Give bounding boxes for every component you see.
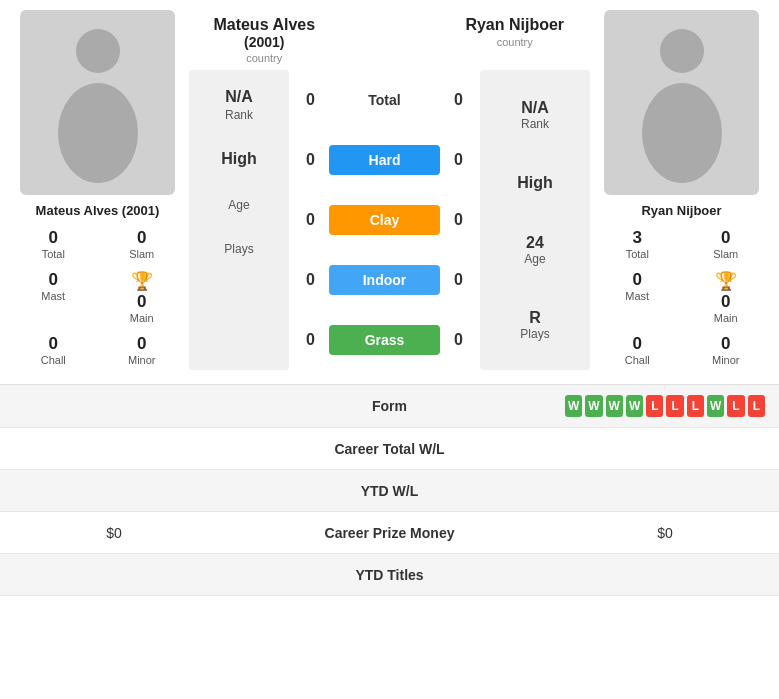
svg-point-3 [642,83,722,183]
middle-content-row: N/A Rank High Age Plays [189,70,590,370]
ytd-titles-row: YTD Titles [0,554,779,596]
left-plays-label: Plays [201,242,277,256]
left-rank-value: N/A [201,88,277,106]
left-minor-value: 0 [101,334,184,354]
left-header-year: (2001) [244,34,284,50]
form-badge-4: W [626,395,643,417]
left-header-name: Mateus Alves [213,16,315,34]
left-total-label: Total [12,248,95,260]
left-minor-cell: 0 Minor [99,330,186,370]
surface-row-indoor: 0 Indoor 0 [298,259,471,301]
form-badge-9: L [727,395,744,417]
hard-score-left: 0 [298,151,323,169]
indoor-badge: Indoor [329,265,440,295]
form-badge-8: W [707,395,724,417]
right-plays-label: Plays [490,327,580,341]
left-player-card: Mateus Alves (2001) 0 Total 0 Slam 0 Mas… [10,10,185,370]
form-badge-5: L [646,395,663,417]
form-badge-7: L [687,395,704,417]
right-country-flag: country [497,36,533,48]
career-prize-right: $0 [565,525,765,541]
right-age-value: 24 [490,234,580,252]
left-mast-label: Mast [41,290,65,302]
left-slam-cell: 0 Slam [99,224,186,264]
career-prize-left: $0 [14,525,214,541]
career-wl-row: Career Total W/L [0,428,779,470]
form-badge-2: W [585,395,602,417]
right-total-label: Total [596,248,679,260]
right-slam-value: 0 [685,228,768,248]
full-middle: Mateus Alves (2001) country Ryan Nijboer… [189,10,590,370]
left-age-box: Age [195,186,283,222]
left-trophy-icon: 🏆 [131,270,153,292]
left-chall-cell: 0 Chall [10,330,97,370]
left-total-cell: 0 Total [10,224,97,264]
ryan-info-panel: N/A Rank High 24 Age R Plays [480,70,590,370]
right-trophy-icon: 🏆 [715,270,737,292]
right-mast-label: Mast [625,290,649,302]
indoor-score-left: 0 [298,271,323,289]
right-chall-value: 0 [596,334,679,354]
left-chall-label: Chall [12,354,95,366]
left-main-cell: 🏆 0 Main [99,266,186,328]
mateus-header: Mateus Alves (2001) country [189,10,340,64]
left-slam-value: 0 [101,228,184,248]
right-mast-cell: 0 Mast [594,266,681,328]
left-age-label: Age [201,198,277,212]
indoor-score-right: 0 [446,271,471,289]
right-plays-stat: R Plays [490,309,580,341]
grass-score-right: 0 [446,331,471,349]
left-slam-label: Slam [101,248,184,260]
right-player-name: Ryan Nijboer [641,203,721,218]
right-chall-cell: 0 Chall [594,330,681,370]
right-minor-label: Minor [685,354,768,366]
grass-score-left: 0 [298,331,323,349]
surface-row-clay: 0 Clay 0 [298,199,471,241]
hard-score-right: 0 [446,151,471,169]
right-main-label: Main [714,312,738,324]
form-badge-6: L [666,395,683,417]
form-row: Form W W W W L L L W L L [0,385,779,428]
players-section: Mateus Alves (2001) 0 Total 0 Slam 0 Mas… [0,0,779,380]
right-player-stats: 3 Total 0 Slam 0 Mast 🏆 0 Main [594,224,769,370]
right-chall-label: Chall [596,354,679,366]
clay-score-right: 0 [446,211,471,229]
left-rank-label: Rank [201,108,277,122]
form-badge-10: L [748,395,765,417]
form-badges-container: W W W W L L L W L L [565,395,765,417]
right-player-card: Ryan Nijboer 3 Total 0 Slam 0 Mast 🏆 [594,10,769,370]
right-slam-cell: 0 Slam [683,224,770,264]
total-score-right: 0 [446,91,471,109]
right-rank-label: Rank [490,117,580,131]
right-age-label: Age [490,252,580,266]
right-high-value: High [490,174,580,192]
total-score-left: 0 [298,91,323,109]
clay-badge: Clay [329,205,440,235]
left-country-flag: country [246,52,282,64]
left-main-label: Main [130,312,154,324]
surface-row-hard: 0 Hard 0 [298,139,471,181]
career-prize-row: $0 Career Prize Money $0 [0,512,779,554]
left-total-value: 0 [12,228,95,248]
right-age-stat: 24 Age [490,234,580,266]
left-player-name: Mateus Alves (2001) [36,203,160,218]
svg-point-0 [76,29,120,73]
clay-score-left: 0 [298,211,323,229]
left-player-stats: 0 Total 0 Slam 0 Mast 🏆 0 Main [10,224,185,370]
main-container: Mateus Alves (2001) 0 Total 0 Slam 0 Mas… [0,0,779,596]
hard-badge: Hard [329,145,440,175]
right-header-name: Ryan Nijboer [465,16,564,34]
right-minor-value: 0 [685,334,768,354]
left-minor-label: Minor [101,354,184,366]
right-rank-value: N/A [490,99,580,117]
ytd-titles-label: YTD Titles [214,567,565,583]
grass-badge: Grass [329,325,440,355]
left-mast-cell: 0 Mast [10,266,97,328]
right-main-cell: 🏆 0 Main [683,266,770,328]
right-plays-value: R [490,309,580,327]
right-main-value: 0 [721,292,730,312]
bottom-section: Form W W W W L L L W L L Career Total W [0,384,779,596]
surface-row-grass: 0 Grass 0 [298,319,471,361]
left-chall-value: 0 [12,334,95,354]
left-high-value: High [201,150,277,168]
